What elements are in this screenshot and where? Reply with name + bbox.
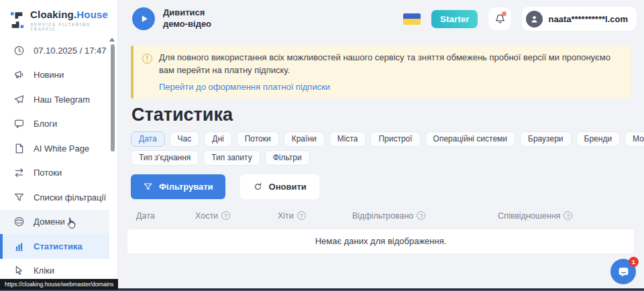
scrollbar-thumb[interactable] [111, 44, 115, 152]
chat-widget-button[interactable]: 1 [610, 259, 636, 284]
tabs-row-2: Тип з'єднанняТип запитуФільтри [131, 150, 644, 166]
sidebar-item-6[interactable]: Списки фільтрації [0, 185, 109, 210]
column-header-1[interactable]: Хости [195, 211, 230, 221]
megaphone-icon [13, 69, 25, 80]
tab-1[interactable]: Час [170, 131, 200, 147]
sidebar: Cloaking.House SERVICE FILTERING TRAFFIC… [0, 0, 117, 291]
empty-state-row: Немає даних для відображення. [127, 229, 634, 253]
help-question-icon[interactable] [297, 211, 306, 220]
chat-unread-badge: 1 [629, 257, 639, 267]
column-header-2[interactable]: Хіти [278, 211, 306, 221]
filter-button[interactable]: Фільтрувати [131, 174, 225, 199]
page-title: Статистика [131, 105, 644, 125]
tabs-row-1: ДатаЧасДніПотокиКраїниМістаПристроїОпера… [131, 131, 644, 147]
sidebar-item-3[interactable]: Блоги [0, 112, 109, 137]
column-label: Співвідношення [498, 211, 560, 221]
banner-text: Для повного використання всіх можливосте… [159, 52, 620, 77]
sidebar-item-0[interactable]: 07.10.2025 / 17:47 [0, 38, 109, 63]
play-icon [139, 13, 150, 24]
cursor-icon [13, 265, 25, 276]
sidebar-item-label: Новини [34, 70, 64, 80]
tab-0[interactable]: Дата [131, 131, 165, 147]
link-status-tooltip: https://cloaking.house/webmaster/domains [0, 279, 118, 290]
avatar [526, 11, 543, 27]
sidebar-item-label: AI White Page [34, 143, 89, 154]
sidebar-item-5[interactable]: Потоки [0, 161, 109, 186]
column-label: Відфільтровано [352, 211, 413, 221]
tab-12[interactable]: Тип з'єднання [131, 150, 199, 166]
brand-text: Cloaking.House SERVICE FILTERING TRAFFIC [30, 9, 117, 32]
flows-icon [13, 167, 25, 178]
user-email: naata**********l.com [548, 14, 628, 24]
cloaking-house-logo-icon [10, 11, 24, 29]
tab-2[interactable]: Дні [204, 131, 231, 147]
tab-14[interactable]: Фільтри [265, 150, 310, 166]
hand-cursor-icon [64, 217, 78, 232]
tab-8[interactable]: Браузери [520, 131, 572, 147]
sidebar-item-label: Потоки [34, 168, 62, 178]
column-header-3[interactable]: Відфільтровано [352, 211, 425, 221]
sidebar-item-8[interactable]: Статистика [0, 234, 109, 259]
help-question-icon[interactable] [564, 211, 572, 220]
subscription-link[interactable]: Перейти до оформлення платної підписки [159, 82, 330, 92]
sidebar-item-label: Статистика [34, 241, 83, 251]
app-window: Cloaking.House SERVICE FILTERING TRAFFIC… [0, 0, 644, 291]
sidebar-item-2[interactable]: Наш Telegram [0, 87, 109, 112]
topbar: Дивитися демо-відео Starter [117, 0, 644, 38]
tab-7[interactable]: Операційні системи [425, 131, 515, 147]
warning-icon [142, 54, 152, 64]
brand-tagline: SERVICE FILTERING TRAFFIC [30, 22, 117, 32]
tab-4[interactable]: Країни [284, 131, 325, 147]
column-label: Хости [195, 211, 218, 221]
column-header-0[interactable]: Дата [136, 211, 155, 221]
column-header-4[interactable]: Співвідношення [498, 211, 572, 221]
demo-video-play-button[interactable] [132, 7, 155, 30]
refresh-icon [253, 182, 263, 192]
sidebar-item-4[interactable]: AI White Page [0, 136, 109, 161]
bar-chart-icon [13, 241, 25, 252]
chat-bubble-icon [13, 118, 25, 129]
logo-accent: House [76, 9, 108, 20]
plan-badge-button[interactable]: Starter [431, 10, 478, 28]
sidebar-scrollbar[interactable] [109, 38, 115, 288]
trial-warning-banner: Для повного використання всіх можливосте… [131, 46, 631, 99]
sidebar-item-label: Кліки [34, 266, 54, 276]
tab-3[interactable]: Потоки [237, 131, 279, 147]
sidebar-item-label: Наш Telegram [34, 95, 90, 105]
page-icon [13, 143, 25, 154]
actions-row: Фільтрувати Оновити [131, 174, 644, 199]
demo-video-label[interactable]: Дивитися демо-відео [163, 7, 211, 30]
user-icon [529, 14, 539, 24]
tab-5[interactable]: Міста [329, 131, 366, 147]
sidebar-item-label: Списки фільтрації [34, 192, 106, 202]
funnel-icon [13, 192, 25, 203]
sidebar-item-7[interactable]: Домени [0, 210, 109, 235]
help-question-icon[interactable] [221, 211, 230, 220]
sidebar-item-label: Блоги [34, 119, 57, 129]
stats-tabs: ДатаЧасДніПотокиКраїниМістаПристроїОпера… [131, 131, 644, 166]
funnel-icon [143, 182, 153, 192]
sidebar-item-label: Домени [34, 217, 65, 227]
chat-icon [616, 265, 631, 279]
notifications-button[interactable] [488, 7, 511, 30]
scroll-up-arrow-icon[interactable] [109, 38, 115, 42]
telegram-icon [13, 94, 25, 105]
tab-10[interactable]: Мови [625, 131, 644, 147]
refresh-button[interactable]: Оновити [240, 174, 319, 199]
sidebar-item-1[interactable]: Новини [0, 63, 109, 88]
brand-logo[interactable]: Cloaking.House SERVICE FILTERING TRAFFIC [0, 0, 117, 32]
clock-icon [13, 45, 25, 56]
stats-table-header: ДатаХостиХітиВідфільтрованоСпіввідношенн… [127, 211, 634, 223]
globe-icon [13, 216, 25, 227]
tab-9[interactable]: Бренди [576, 131, 621, 147]
tab-13[interactable]: Тип запиту [203, 150, 260, 166]
column-label: Дата [136, 211, 155, 221]
tab-6[interactable]: Пристрої [370, 131, 420, 147]
ukraine-flag-icon[interactable] [403, 13, 421, 25]
logo-primary: Cloaking. [30, 9, 76, 20]
topbar-right: Starter naata**********l.c [403, 7, 637, 31]
sidebar-item-label: 07.10.2025 / 17:47 [34, 46, 106, 56]
help-question-icon[interactable] [417, 211, 425, 220]
sidebar-nav: 07.10.2025 / 17:47НовиниНаш TelegramБлог… [0, 38, 109, 283]
user-account-button[interactable]: naata**********l.com [522, 7, 637, 31]
